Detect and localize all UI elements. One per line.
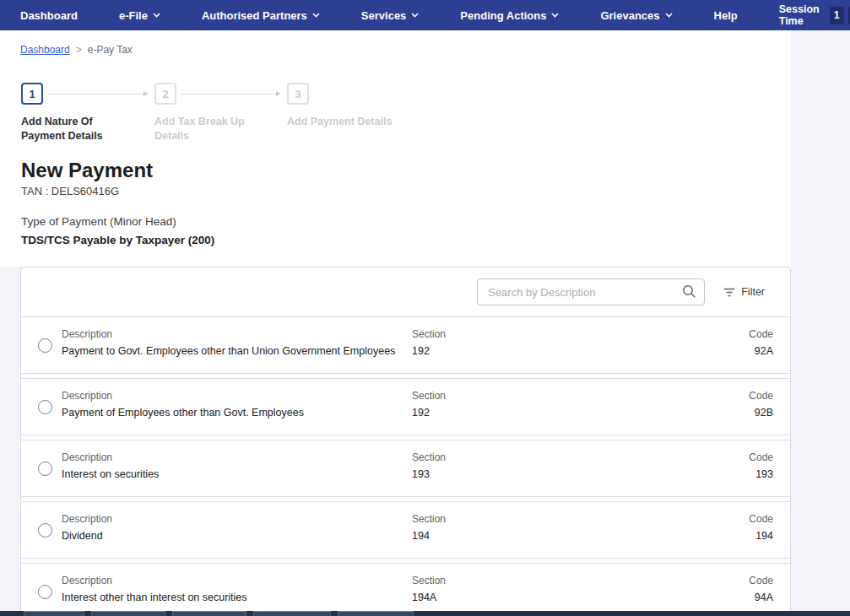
description-column-label: Description (62, 575, 247, 586)
radio-button[interactable] (38, 523, 52, 538)
breadcrumb-current: e-Pay Tax (88, 44, 133, 56)
payment-option-row[interactable]: Description Interest other than interest… (21, 563, 790, 616)
description-value: Payment of Employees other than Govt. Em… (62, 407, 304, 419)
section-value: 194A (412, 592, 446, 603)
section-cell: Section 194A (412, 575, 446, 603)
nav-efile-label: e-File (119, 9, 148, 22)
nav-help[interactable]: Help (714, 9, 738, 22)
taskbar-segment (24, 611, 84, 616)
code-column-label: Code (749, 575, 773, 586)
step-2-label: Add Tax Break Up Details (154, 115, 266, 143)
payment-options-list: Description Payment to Govt. Employees o… (21, 316, 790, 616)
taskbar-strip (0, 611, 850, 616)
filter-icon (723, 288, 735, 297)
payment-option-row[interactable]: Description Payment of Employees other t… (21, 378, 790, 435)
payment-option-row[interactable]: Description Interest on securities Secti… (21, 440, 790, 497)
breadcrumb: Dashboard > e-Pay Tax (20, 44, 133, 56)
session-timer-digits: 1 3 : 0 0 (830, 7, 850, 24)
description-column-label: Description (62, 328, 395, 340)
description-value: Interest on securities (62, 468, 159, 480)
code-cell: Code 92A (749, 328, 773, 357)
section-value: 193 (412, 468, 446, 480)
description-cell: Description Interest other than interest… (62, 575, 247, 603)
taskbar-segment (172, 611, 246, 616)
session-digit: 1 (830, 7, 844, 24)
session-timer-label: Session Time (779, 3, 820, 27)
nav-efile[interactable]: e-File (119, 9, 160, 22)
payment-options-card: Filter Description Payment to Govt. Empl… (20, 267, 791, 616)
section-column-label: Section (412, 451, 446, 463)
code-cell: Code 193 (749, 451, 773, 480)
nav-dashboard[interactable]: Dashboard (20, 9, 78, 22)
filter-button[interactable]: Filter (723, 286, 765, 298)
radio-button[interactable] (38, 400, 52, 414)
nav-services-label: Services (361, 9, 407, 22)
payment-stepper: 1 2 3 Add Nature Of Payment Details Add … (0, 83, 791, 159)
code-cell: Code 194 (749, 513, 773, 542)
step-1-label: Add Nature Of Payment Details (21, 115, 133, 143)
code-column-label: Code (749, 451, 773, 463)
taskbar-segment (91, 611, 165, 616)
taskbar-segment (338, 611, 414, 616)
code-value: 193 (749, 468, 773, 480)
chevron-down-icon (665, 13, 673, 18)
radio-button[interactable] (38, 585, 52, 599)
section-cell: Section 192 (412, 390, 446, 419)
code-value: 194 (749, 530, 773, 542)
description-cell: Description Payment of Employees other t… (62, 390, 304, 419)
section-column-label: Section (412, 513, 446, 525)
top-navbar: Dashboard e-File Authorised Partners Ser… (0, 0, 850, 30)
step-3-label: Add Payment Details (287, 115, 398, 129)
radio-button[interactable] (38, 338, 52, 353)
nav-authorised-partners-label: Authorised Partners (202, 9, 307, 22)
search-icon[interactable] (682, 284, 696, 299)
section-cell: Section 193 (412, 451, 446, 480)
page-title: New Payment (21, 159, 153, 182)
breadcrumb-separator: > (76, 44, 82, 56)
description-value: Dividend (62, 530, 112, 542)
code-cell: Code 94A (749, 575, 773, 603)
payment-option-row[interactable]: Description Payment to Govt. Employees o… (21, 316, 790, 374)
search-input[interactable] (477, 278, 705, 305)
chevron-down-icon (312, 13, 320, 18)
step-1-box: 1 (21, 83, 43, 105)
description-column-label: Description (62, 451, 159, 463)
section-column-label: Section (412, 328, 446, 340)
nav-authorised-partners[interactable]: Authorised Partners (202, 9, 320, 22)
section-cell: Section 192 (412, 328, 446, 357)
description-column-label: Description (62, 390, 304, 402)
nav-grievances-label: Grievances (600, 9, 659, 22)
radio-button[interactable] (38, 462, 52, 476)
description-value: Payment to Govt. Employees other than Un… (62, 345, 395, 357)
step-connector-arrow (181, 94, 277, 95)
code-column-label: Code (749, 328, 773, 340)
step-3-box: 3 (287, 83, 309, 105)
section-column-label: Section (412, 390, 446, 402)
nav-pending-actions-label: Pending Actions (460, 9, 546, 22)
code-cell: Code 92B (749, 390, 773, 419)
nav-pending-actions[interactable]: Pending Actions (460, 9, 559, 22)
description-cell: Description Dividend (62, 513, 112, 542)
description-column-label: Description (62, 513, 112, 525)
minor-head-value: TDS/TCS Payable by Taxpayer (200) (21, 234, 214, 246)
code-column-label: Code (749, 390, 773, 402)
nav-help-label: Help (714, 9, 738, 22)
card-toolbar: Filter (21, 267, 790, 316)
content-header-section: Dashboard > e-Pay Tax 1 2 3 Add Nature O… (0, 30, 791, 267)
section-cell: Section 194 (412, 513, 446, 542)
chevron-down-icon (551, 13, 559, 18)
payment-option-row[interactable]: Description Dividend Section 194 Code 19… (21, 501, 790, 559)
session-timer: Session Time 1 3 : 0 0 (779, 3, 850, 27)
chevron-down-icon (153, 13, 160, 18)
tan-value: TAN : DELS60416G (21, 185, 119, 197)
search-field-wrap (477, 278, 705, 305)
description-cell: Description Interest on securities (62, 451, 159, 480)
chevron-down-icon (411, 13, 419, 18)
code-value: 92A (749, 345, 773, 357)
code-value: 92B (749, 407, 773, 419)
nav-services[interactable]: Services (361, 9, 420, 22)
step-2-box: 2 (154, 83, 176, 105)
nav-grievances[interactable]: Grievances (600, 9, 672, 22)
breadcrumb-dashboard-link[interactable]: Dashboard (20, 44, 70, 56)
description-cell: Description Payment to Govt. Employees o… (62, 328, 395, 357)
